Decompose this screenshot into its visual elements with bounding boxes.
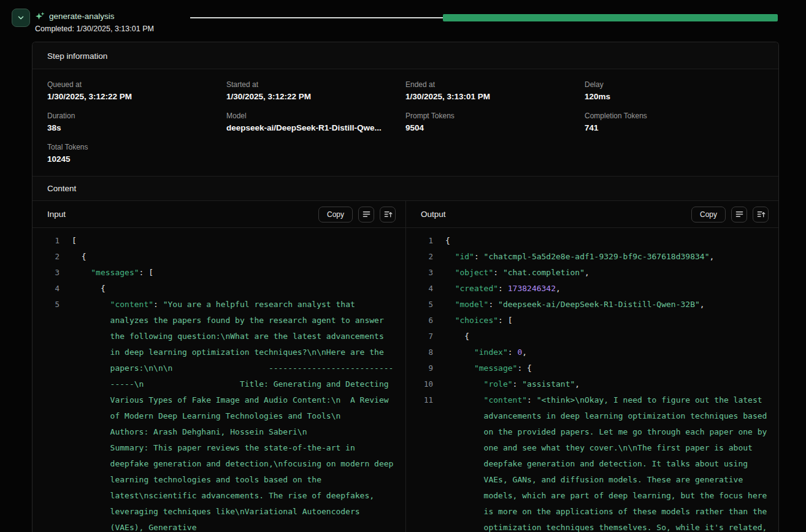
line-number: 4 (416, 281, 433, 297)
line-number: 7 (416, 329, 433, 344)
line-number: 9 (416, 360, 433, 376)
code-text: { (445, 329, 778, 344)
content-panels: Input Copy 1[2{3"messages": [4{5" (33, 201, 778, 532)
code-line: 2"id": "chatcmpl-5a5d2e8e-adf1-9329-bf9c… (406, 249, 778, 265)
arrow-up-lines-icon (756, 210, 766, 219)
code-text: { (72, 281, 405, 297)
line-number: 2 (416, 249, 433, 265)
code-text: "messages": [ (72, 265, 405, 281)
output-panel: Output Copy 1{2"id": "chatcmpl-5a (405, 201, 778, 532)
info-field-value: deepseek-ai/DeepSeek-R1-Distill-Qwe... (226, 123, 405, 132)
input-code-viewer[interactable]: 1[2{3"messages": [4{5"content": "You are… (33, 228, 405, 532)
code-text: "role": "assistant", (445, 376, 778, 392)
code-line: 1{ (406, 233, 778, 249)
line-number: 6 (416, 313, 433, 329)
wrap-text-button[interactable] (358, 207, 374, 222)
info-field-value: 1/30/2025, 3:12:22 PM (226, 92, 405, 101)
info-field: Total Tokens10245 (47, 143, 226, 164)
copy-output-button[interactable]: Copy (691, 207, 726, 222)
step-name: generate-analysis (49, 12, 115, 21)
arrow-up-lines-icon (383, 210, 393, 219)
input-panel-header: Input Copy (33, 201, 405, 228)
code-text: "content": "You are a helpful research a… (72, 297, 405, 532)
code-text: "content": "<think>\nOkay, I need to fig… (445, 392, 778, 532)
input-panel: Input Copy 1[2{3"messages": [4{5" (33, 201, 405, 532)
scroll-top-button[interactable] (753, 207, 769, 222)
code-line: 5"content": "You are a helpful research … (33, 297, 405, 532)
info-field-value: 38s (47, 123, 226, 132)
code-text: "created": 1738246342, (445, 281, 778, 297)
code-text: "choices": [ (445, 313, 778, 329)
step-info-grid: Queued at1/30/2025, 3:12:22 PMStarted at… (33, 69, 778, 176)
code-line: 4"created": 1738246342, (406, 281, 778, 297)
content-header: Content (33, 176, 778, 201)
info-field-label: Duration (47, 112, 226, 120)
chevron-down-icon (17, 13, 25, 22)
info-field: Duration38s (47, 112, 226, 132)
timeline (190, 13, 778, 22)
timeline-step-bar[interactable] (443, 14, 778, 21)
line-number: 11 (416, 392, 433, 408)
input-panel-title: Input (47, 210, 318, 219)
line-number: 1 (42, 233, 59, 249)
code-text: "id": "chatcmpl-5a5d2e8e-adf1-9329-bf9c-… (445, 249, 778, 265)
info-field: Delay120ms (585, 80, 764, 101)
info-field-value: 741 (585, 123, 764, 132)
info-field-label: Model (226, 112, 405, 120)
info-field-value: 120ms (585, 92, 764, 101)
code-line: 3"object": "chat.completion", (406, 265, 778, 281)
timeline-track (190, 17, 443, 18)
info-field: Prompt Tokens9504 (405, 112, 585, 132)
info-field-label: Total Tokens (47, 143, 226, 151)
code-text: [ (72, 233, 405, 249)
code-text: "object": "chat.completion", (445, 265, 778, 281)
code-line: 9"message": { (406, 360, 778, 376)
info-field: Queued at1/30/2025, 3:12:22 PM (47, 80, 226, 101)
code-line: 8"index": 0, (406, 344, 778, 360)
code-text: "message": { (445, 360, 778, 376)
wrap-text-icon (362, 210, 371, 219)
code-line: 3"messages": [ (33, 265, 405, 281)
code-line: 10"role": "assistant", (406, 376, 778, 392)
code-line: 4{ (33, 281, 405, 297)
info-field-value: 9504 (405, 123, 585, 132)
info-field-label: Queued at (47, 80, 226, 89)
scroll-top-button[interactable] (380, 207, 396, 222)
output-panel-title: Output (421, 210, 691, 219)
info-field-value: 10245 (47, 154, 226, 164)
topbar: generate-analysis Completed: 1/30/2025, … (0, 0, 806, 37)
step-completed-timestamp: Completed: 1/30/2025, 3:13:01 PM (35, 25, 154, 33)
info-field: Started at1/30/2025, 3:12:22 PM (226, 80, 405, 101)
info-field-label: Ended at (405, 80, 585, 89)
code-line: 6"choices": [ (406, 313, 778, 329)
info-field: Completion Tokens741 (585, 112, 764, 132)
line-number: 3 (42, 265, 59, 281)
line-number: 5 (416, 297, 433, 313)
info-field-label: Completion Tokens (585, 112, 764, 120)
output-code-viewer[interactable]: 1{2"id": "chatcmpl-5a5d2e8e-adf1-9329-bf… (406, 228, 778, 532)
info-field: Ended at1/30/2025, 3:13:01 PM (405, 80, 585, 101)
info-field-value: 1/30/2025, 3:13:01 PM (405, 92, 585, 101)
info-field: Modeldeepseek-ai/DeepSeek-R1-Distill-Qwe… (226, 112, 405, 132)
collapse-button[interactable] (12, 9, 30, 27)
code-line: 2{ (33, 249, 405, 265)
line-number: 10 (416, 376, 433, 392)
code-text: { (445, 233, 778, 249)
code-line: 1[ (33, 233, 405, 249)
wrap-text-button[interactable] (731, 207, 747, 222)
code-line: 11"content": "<think>\nOkay, I need to f… (406, 392, 778, 532)
step-header: generate-analysis Completed: 1/30/2025, … (35, 11, 154, 33)
code-line: 7{ (406, 329, 778, 344)
sparkles-icon (35, 11, 45, 21)
copy-input-button[interactable]: Copy (318, 207, 353, 222)
line-number: 4 (42, 281, 59, 297)
wrap-text-icon (735, 210, 744, 219)
line-number: 8 (416, 344, 433, 360)
info-field-label: Prompt Tokens (405, 112, 585, 120)
info-field-label: Delay (585, 80, 764, 89)
code-text: { (72, 249, 405, 265)
code-text: "index": 0, (445, 344, 778, 360)
code-text: "model": "deepseek-ai/DeepSeek-R1-Distil… (445, 297, 778, 313)
output-panel-header: Output Copy (406, 201, 778, 228)
info-field-value: 1/30/2025, 3:12:22 PM (47, 92, 226, 101)
